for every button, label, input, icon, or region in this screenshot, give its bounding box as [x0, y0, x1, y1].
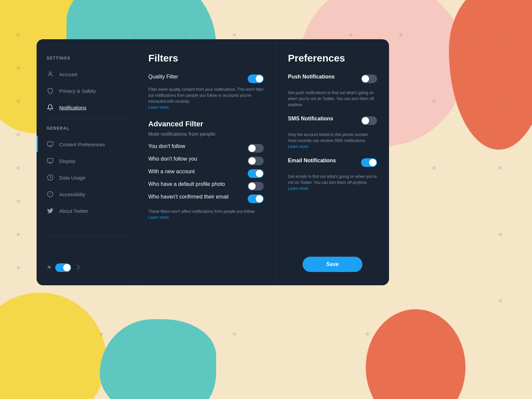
sidebar: SETTINGS Account Privacy & Safety — [37, 39, 136, 285]
sidebar-item-account[interactable]: Account — [37, 66, 136, 82]
pref-label-push: Push Notifications — [288, 74, 334, 80]
quality-filter-link[interactable]: Learn more — [148, 105, 169, 110]
dot — [17, 66, 20, 70]
quality-filter-row: Quality Filter — [148, 74, 264, 83]
preferences-panel: Preferences Push Notifications Get push … — [276, 39, 389, 285]
dot — [17, 133, 20, 136]
display-icon — [47, 157, 54, 165]
pref-row-sms: SMS Notifications — [288, 116, 377, 125]
quality-filter-knob — [256, 75, 263, 82]
filter-label-default-photo: Who have a default profile photo — [148, 181, 248, 187]
toggle-sms[interactable] — [361, 116, 377, 125]
sidebar-item-privacy[interactable]: Privacy & Safety — [37, 82, 136, 99]
toggle-knob — [369, 159, 376, 166]
main-card: SETTINGS Account Privacy & Safety — [37, 39, 389, 285]
account-label: Account — [59, 71, 77, 77]
preferences-title: Preferences — [288, 53, 377, 64]
sidebar-item-accessibility[interactable]: Accessibilty — [37, 186, 136, 202]
general-section-label: GENERAL — [37, 126, 136, 131]
pref-item-push: Push Notifications Get push notification… — [288, 74, 377, 108]
advanced-filter-section: Advanced Filter Mute notifications from … — [148, 120, 264, 220]
pref-row-email: Email Notifications — [288, 158, 377, 167]
data-usage-label: Data Usage — [59, 175, 85, 181]
toggle-push[interactable] — [361, 74, 377, 83]
filter-label-new-account: With a new account — [148, 169, 248, 175]
toggle-default-photo[interactable] — [248, 182, 264, 191]
filter-label-dont-follow: You don't follow — [148, 143, 248, 149]
filter-row-new-account: With a new account — [148, 169, 264, 178]
dot — [166, 332, 170, 336]
dot — [432, 100, 436, 103]
toggle-knob — [256, 170, 263, 177]
save-button[interactable]: Save — [303, 257, 362, 272]
dot — [499, 299, 502, 303]
filters-panel: Filters Quality Filter Filter lower-qual… — [136, 39, 276, 285]
toggle-dont-follow-you[interactable] — [248, 157, 264, 165]
dot — [499, 233, 502, 236]
pref-label-email: Email Notifications — [288, 158, 336, 164]
toggle-unconfirmed-email[interactable] — [248, 195, 264, 203]
filters-title: Filters — [148, 53, 264, 64]
dot — [17, 166, 20, 170]
about-label: About Twitter — [59, 208, 88, 214]
blob-orange2 — [366, 309, 466, 399]
blob-teal2 — [100, 319, 216, 399]
sidebar-item-content-preferences[interactable]: Content Preferences — [37, 136, 136, 153]
accessibility-icon — [47, 191, 54, 198]
dot — [17, 200, 20, 203]
dot — [17, 33, 20, 37]
toggle-new-account[interactable] — [248, 169, 264, 178]
svg-point-0 — [49, 72, 52, 74]
sms-learn-more-link[interactable]: Learn more — [288, 144, 308, 149]
dot — [100, 332, 103, 336]
theme-toggle[interactable] — [55, 263, 71, 272]
toggle-email[interactable] — [361, 158, 377, 167]
toggle-knob — [248, 183, 256, 190]
dot — [17, 100, 20, 103]
privacy-icon — [47, 87, 54, 94]
pref-row-push: Push Notifications — [288, 74, 377, 83]
quality-filter-label: Quality Filter — [148, 74, 248, 80]
sidebar-item-display[interactable]: Display — [37, 153, 136, 169]
dot — [366, 332, 369, 336]
toggle-knob — [362, 75, 369, 82]
quality-filter-toggle[interactable] — [248, 74, 264, 83]
dot — [133, 33, 136, 37]
toggle-knob — [256, 195, 263, 202]
pref-item-sms: SMS Notifications Only the account linke… — [288, 116, 377, 150]
toggle-knob — [248, 157, 256, 165]
sidebar-item-data-usage[interactable]: Data Usage — [37, 169, 136, 186]
pref-desc-push: Get push notifications to find out what'… — [288, 90, 377, 108]
sidebar-item-notifications[interactable]: Notifications — [37, 99, 136, 116]
pref-label-sms: SMS Notifications — [288, 116, 333, 122]
dot — [499, 166, 502, 170]
sidebar-divider — [43, 118, 129, 119]
dot — [499, 100, 502, 103]
dot — [17, 233, 20, 236]
toggle-dont-follow[interactable] — [248, 144, 264, 153]
notifications-label: Notifications — [59, 105, 86, 110]
filter-row-dont-follow-you: Who don't follow you — [148, 156, 264, 165]
dot — [349, 33, 352, 37]
blob-yellow2 — [0, 293, 106, 399]
email-learn-more-link[interactable]: Learn more — [288, 186, 308, 191]
twitter-icon — [47, 207, 54, 214]
filter-label-unconfirmed-email: Who haven't confirmed their email — [148, 194, 248, 200]
advanced-filter-title: Advanced Filter — [148, 120, 264, 128]
settings-section-label: SETTINGS — [37, 56, 136, 61]
dot — [17, 266, 20, 269]
advanced-filter-link[interactable]: Learn more — [148, 215, 169, 220]
dot — [233, 33, 236, 37]
sidebar-item-about[interactable]: About Twitter — [37, 202, 136, 219]
svg-rect-2 — [48, 159, 53, 163]
dot — [183, 33, 186, 37]
dot — [499, 33, 502, 37]
svg-rect-1 — [48, 142, 53, 146]
pref-item-email: Email Notifications Get emails to find o… — [288, 158, 377, 192]
pref-desc-sms: Only the account linked to this phone nu… — [288, 132, 377, 150]
dot — [233, 332, 236, 336]
quality-filter-switch[interactable] — [248, 74, 264, 83]
theme-toggle-switch[interactable] — [55, 263, 71, 272]
filter-row-dont-follow: You don't follow — [148, 143, 264, 153]
theme-toggle-knob — [63, 264, 70, 271]
